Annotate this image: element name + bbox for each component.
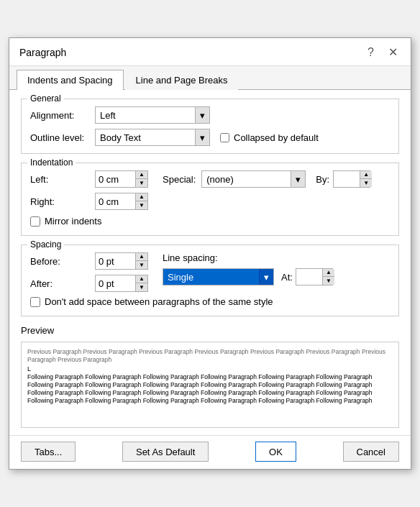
left-indent-spinbtns: ▲ ▼ [135,171,147,187]
outline-value: Body Text [96,132,195,143]
before-label: Before: [30,256,95,267]
special-dropdown[interactable]: (none) ▾ [201,170,306,188]
close-button[interactable]: ✕ [385,45,401,60]
line-spacing-dropdown[interactable]: Single ▾ [163,268,274,286]
spacing-section: Spacing Before: ▲ ▼ [21,245,399,316]
right-indent-up[interactable]: ▲ [136,193,147,201]
after-down[interactable]: ▼ [136,283,147,291]
dont-add-space-row: Don't add space between paragraphs of th… [30,296,390,307]
indentation-title: Indentation [27,157,76,168]
help-button[interactable]: ? [365,45,377,60]
before-spinbtns: ▲ ▼ [135,253,147,269]
before-down[interactable]: ▼ [136,261,147,269]
indentation-right-col: Special: (none) ▾ By: [163,170,370,188]
collapsed-label: Collapsed by default [234,132,319,143]
indentation-rows: Left: ▲ ▼ Right: [30,170,390,210]
line-spacing-row: Line spacing: [163,252,333,263]
indentation-section: Indentation Left: ▲ ▼ [21,163,399,236]
special-row: Special: (none) ▾ By: [163,170,370,188]
left-indent-down[interactable]: ▼ [136,179,147,187]
at-up[interactable]: ▲ [323,269,334,277]
left-indent-input[interactable] [96,171,135,187]
before-row: Before: ▲ ▼ [30,252,148,270]
preview-l-char: L [27,365,393,373]
tabs-button[interactable]: Tabs... [21,442,76,462]
ok-button[interactable]: OK [255,442,296,462]
at-spinbtns: ▲ ▼ [322,269,334,285]
dialog-content: General Alignment: Left ▾ Outline level:… [9,90,411,435]
after-spinner[interactable]: ▲ ▼ [95,275,148,292]
right-indent-spinbtns: ▲ ▼ [135,193,147,209]
outline-dropdown[interactable]: Body Text ▾ [95,129,210,146]
at-label: At: [281,272,293,283]
right-indent-down[interactable]: ▼ [136,201,147,209]
general-section: General Alignment: Left ▾ Outline level:… [21,99,399,154]
general-title: General [27,93,64,104]
mirror-indents-row: Mirror indents [30,216,390,227]
title-bar-controls: ? ✕ [365,45,401,60]
preview-box: Previous Paragraph Previous Paragraph Pr… [21,342,399,428]
bottom-buttons: Tabs... Set As Default OK Cancel [9,435,411,469]
after-input[interactable] [96,275,135,291]
collapsed-row: Collapsed by default [220,132,319,143]
by-label: By: [316,174,330,185]
dont-add-space-label: Don't add space between paragraphs of th… [45,296,273,307]
mirror-indents-label: Mirror indents [45,216,101,227]
left-indent-spinner[interactable]: ▲ ▼ [95,170,148,188]
alignment-dropdown-arrow[interactable]: ▾ [195,107,209,123]
by-spinbtns: ▲ ▼ [360,171,372,187]
outline-dropdown-arrow[interactable]: ▾ [195,129,209,145]
preview-section: Preview Previous Paragraph Previous Para… [21,325,399,428]
left-indent-label: Left: [30,174,95,185]
special-label: Special: [163,174,196,185]
tab-line-page-breaks[interactable]: Line and Page Breaks [125,70,239,90]
by-input[interactable] [334,171,360,187]
left-indent-up[interactable]: ▲ [136,171,147,179]
right-indent-spinner[interactable]: ▲ ▼ [95,193,148,210]
mirror-indents-checkbox[interactable] [30,216,40,227]
special-value: (none) [202,174,291,185]
alignment-dropdown[interactable]: Left ▾ [95,106,210,124]
by-up[interactable]: ▲ [360,171,372,179]
indentation-left-col: Left: ▲ ▼ Right: [30,170,148,210]
collapsed-checkbox[interactable] [220,133,229,142]
spacing-right-col: Line spacing: Single ▾ At: [163,252,333,286]
alignment-row: Alignment: Left ▾ [30,106,390,124]
at-spinner[interactable]: ▲ ▼ [296,268,333,286]
tab-bar: Indents and Spacing Line and Page Breaks [9,66,411,90]
spacing-rows: Before: ▲ ▼ After: [30,252,390,292]
following-para: Following Paragraph Following Paragraph … [27,373,393,405]
after-spinbtns: ▲ ▼ [135,275,147,291]
by-down[interactable]: ▼ [360,179,372,187]
before-input[interactable] [96,253,135,269]
tab-indents-spacing[interactable]: Indents and Spacing [17,70,124,90]
right-indent-row: Right: ▲ ▼ [30,193,148,210]
after-label: After: [30,278,95,289]
before-spinner[interactable]: ▲ ▼ [95,252,148,270]
title-bar: Paragraph ? ✕ [9,38,411,66]
right-indent-label: Right: [30,196,95,207]
alignment-value: Left [96,110,195,121]
right-indent-input[interactable] [96,193,135,209]
special-dropdown-arrow[interactable]: ▾ [291,171,305,187]
paragraph-dialog: Paragraph ? ✕ Indents and Spacing Line a… [9,37,411,470]
after-up[interactable]: ▲ [136,275,147,283]
cancel-button[interactable]: Cancel [343,442,399,462]
after-row: After: ▲ ▼ [30,275,148,292]
at-input[interactable] [296,269,322,285]
line-spacing-label: Line spacing: [163,252,218,263]
line-spacing-arrow[interactable]: ▾ [259,269,273,285]
special-dropdown-wrap: (none) ▾ [201,170,306,188]
outline-row: Outline level: Body Text ▾ Collapsed by … [30,129,390,146]
outline-label: Outline level: [30,132,95,143]
dont-add-space-checkbox[interactable] [30,297,40,307]
set-default-button[interactable]: Set As Default [122,442,209,462]
at-down[interactable]: ▼ [323,277,334,285]
by-spinner[interactable]: ▲ ▼ [333,170,370,188]
spacing-left-col: Before: ▲ ▼ After: [30,252,148,292]
before-up[interactable]: ▲ [136,253,147,261]
line-spacing-value: Single [163,272,259,283]
prev-para: Previous Paragraph Previous Paragraph Pr… [27,348,393,364]
alignment-label: Alignment: [30,110,95,121]
left-indent-row: Left: ▲ ▼ [30,170,148,188]
